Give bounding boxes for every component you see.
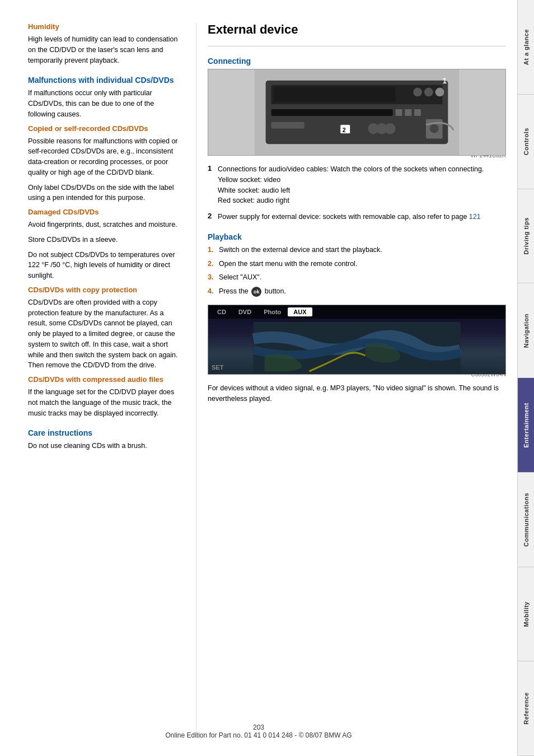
svg-rect-12 (271, 122, 305, 129)
svg-point-5 (424, 88, 433, 97)
page-footer: 203 Online Edition for Part no. 01 41 0 … (0, 724, 517, 739)
svg-rect-9 (396, 109, 402, 116)
care-section: Care instructions Do not use cleaning CD… (28, 428, 179, 451)
main-content: Humidity High levels of humidity can lea… (0, 0, 517, 756)
care-para: Do not use cleaning CDs with a brush. (28, 441, 179, 451)
sidebar-label-navigation: Navigation (523, 314, 530, 348)
page-link-121: 121 (469, 213, 481, 221)
connecting-item-2: 2 Power supply for external device: sock… (208, 212, 506, 222)
svg-rect-3 (274, 87, 395, 102)
item-1-num: 1 (208, 164, 218, 172)
sidebar-label-communications: Communications (523, 493, 530, 547)
playback-footer: For devices without a video signal, e.g.… (208, 383, 506, 404)
malfunctions-section: Malfunctions with individual CDs/DVDs If… (28, 76, 179, 119)
step-2: 2. Open the start menu with the remote c… (208, 259, 506, 269)
malfunctions-heading: Malfunctions with individual CDs/DVDs (28, 76, 179, 85)
copied-para-2: Only label CDs/DVDs on the side with the… (28, 183, 179, 204)
damaged-heading: Damaged CDs/DVDs (28, 208, 179, 216)
sidebar-item-controls[interactable]: Controls (518, 95, 534, 189)
aux-set-label: SET (212, 364, 223, 371)
connecting-image: 1 2 (208, 69, 506, 156)
aux-tab-cd: CD (212, 307, 232, 316)
step-4-num: 4. (208, 286, 219, 297)
sidebar-label-entertainment: Entertainment (523, 403, 530, 447)
damaged-section: Damaged CDs/DVDs Avoid fingerprints, dus… (28, 208, 179, 281)
step-2-text: Open the start menu with the remote cont… (219, 259, 357, 269)
step-3-num: 3. (208, 272, 219, 283)
aux-screen-image: CD DVD Photo AUX (208, 305, 506, 375)
sidebar-item-reference[interactable]: Reference (518, 661, 534, 756)
svg-text:1: 1 (443, 76, 447, 85)
aux-screen-bg (208, 322, 505, 372)
step-4-text: Press the ok button. (219, 286, 286, 297)
copied-para-1: Possible reasons for malfunctions with c… (28, 136, 179, 178)
humidity-para: High levels of humidity can lead to cond… (28, 34, 179, 66)
step-1-text: Switch on the external device and start … (219, 245, 382, 255)
care-heading: Care instructions (28, 428, 179, 437)
step-1: 1. Switch on the external device and sta… (208, 245, 506, 255)
damaged-para-2: Store CDs/DVDs in a sleeve. (28, 235, 179, 245)
step-2-num: 2. (208, 259, 219, 269)
svg-text:2: 2 (343, 127, 346, 133)
svg-rect-7 (271, 109, 393, 116)
item-1-content: Connections for audio/video cables: Watc… (218, 164, 506, 206)
aux-tab-aux: AUX (288, 307, 312, 316)
connecting-item-1: 1 Connections for audio/video cables: Wa… (208, 164, 506, 206)
sidebar-label-at-a-glance: At a glance (523, 29, 530, 65)
sidebar-label-driving-tips: Driving tips (523, 217, 530, 255)
humidity-section: Humidity High levels of humidity can lea… (28, 22, 179, 66)
humidity-heading: Humidity (28, 22, 179, 31)
copy-protection-heading: CDs/DVDs with copy protection (28, 286, 179, 294)
copied-section: Copied or self-recorded CDs/DVDs Possibl… (28, 124, 179, 204)
sidebar-item-driving-tips[interactable]: Driving tips (518, 189, 534, 284)
sidebar-label-controls: Controls (523, 128, 530, 155)
sidebar-item-entertainment[interactable]: Entertainment (518, 378, 534, 473)
footer-text: Online Edition for Part no. 01 41 0 014 … (0, 731, 517, 739)
compressed-heading: CDs/DVDs with compressed audio files (28, 375, 179, 384)
copy-protection-section: CDs/DVDs with copy protection CDs/DVDs a… (28, 286, 179, 371)
malfunctions-para: If malfunctions occur only with particul… (28, 88, 179, 119)
svg-rect-10 (405, 109, 411, 116)
page-number: 203 (0, 724, 517, 731)
playback-steps: 1. Switch on the external device and sta… (208, 245, 506, 297)
aux-menu-bar: CD DVD Photo AUX (208, 305, 505, 319)
svg-rect-11 (414, 109, 421, 116)
page-container: Humidity High levels of humidity can lea… (0, 0, 534, 756)
main-heading: External device (208, 22, 506, 37)
connecting-numbered-list: 1 Connections for audio/video cables: Wa… (208, 164, 506, 222)
aux-tab-dvd: DVD (233, 307, 257, 316)
step-4: 4. Press the ok button. (208, 286, 506, 297)
sidebar-label-mobility: Mobility (523, 601, 530, 627)
svg-point-19 (430, 124, 439, 133)
copy-protection-para: CDs/DVDs are often provided with a copy … (28, 297, 179, 371)
step-3-text: Select "AUX". (219, 272, 261, 283)
playback-section: Playback 1. Switch on the external devic… (208, 232, 506, 404)
svg-point-17 (385, 123, 396, 134)
sidebar-item-at-a-glance[interactable]: At a glance (518, 0, 534, 95)
step-1-num: 1. (208, 245, 219, 255)
svg-point-6 (435, 88, 444, 97)
sidebar-item-navigation[interactable]: Navigation (518, 283, 534, 378)
sidebar-label-reference: Reference (523, 692, 530, 725)
svg-point-4 (413, 88, 422, 97)
right-column: External device Connecting (196, 22, 506, 734)
connecting-svg: 1 2 (208, 69, 505, 155)
step-3: 3. Select "AUX". (208, 272, 506, 283)
damaged-para-3: Do not subject CDs/DVDs to temperatures … (28, 250, 179, 281)
aux-tab-photo: Photo (258, 307, 287, 316)
sidebar: At a glance Controls Driving tips Naviga… (517, 0, 534, 756)
item-2-content: Power supply for external device: socket… (218, 212, 506, 222)
connecting-heading: Connecting (208, 57, 506, 66)
item-2-num: 2 (208, 212, 218, 220)
damaged-para-1: Avoid fingerprints, dust, scratches and … (28, 220, 179, 230)
divider (208, 46, 506, 46)
copied-heading: Copied or self-recorded CDs/DVDs (28, 124, 179, 133)
left-column: Humidity High levels of humidity can lea… (28, 22, 196, 734)
connecting-section: Connecting (208, 57, 506, 222)
playback-heading: Playback (208, 232, 506, 241)
ok-button-icon: ok (251, 287, 261, 297)
sidebar-item-communications[interactable]: Communications (518, 473, 534, 567)
sidebar-item-mobility[interactable]: Mobility (518, 567, 534, 662)
compressed-section: CDs/DVDs with compressed audio files If … (28, 375, 179, 418)
compressed-para: If the language set for the CD/DVD playe… (28, 387, 179, 418)
